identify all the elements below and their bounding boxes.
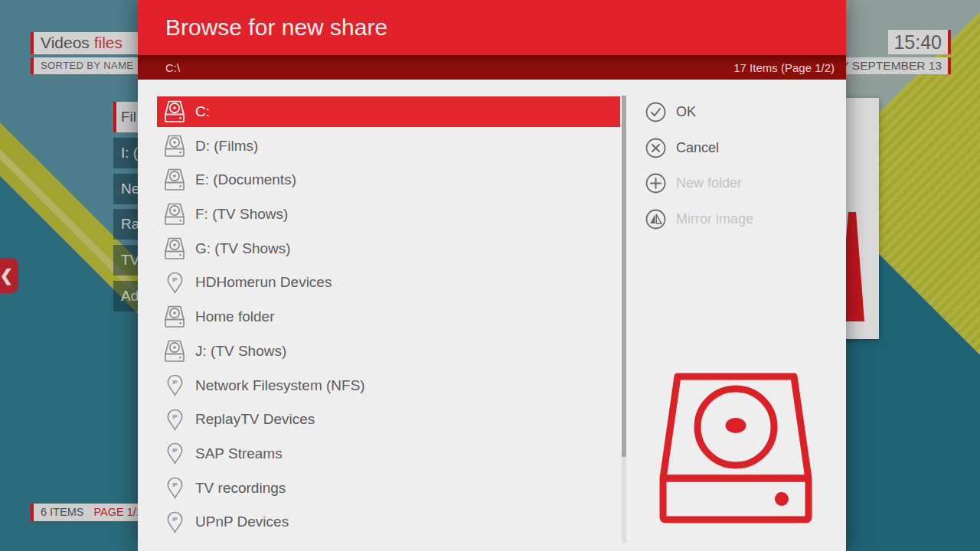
action-label: OK — [676, 104, 696, 120]
items-count-label: 6 ITEMS — [41, 506, 83, 518]
ok-check-icon — [645, 102, 666, 122]
library-title-accent: files — [94, 34, 122, 51]
network-location-icon — [163, 442, 186, 465]
share-label: E: (Documents) — [195, 171, 296, 188]
action-label: New folder — [676, 175, 742, 191]
background-left — [0, 0, 138, 551]
hard-disk-icon — [163, 203, 186, 226]
share-list-item[interactable]: J: (TV Shows) — [157, 336, 620, 367]
network-location-icon — [163, 477, 186, 499]
share-label: UPnP Devices — [195, 514, 289, 530]
items-count-bar: 6 ITEMS PAGE 1/1 — [31, 504, 144, 521]
share-list-item[interactable]: Network Filesystem (NFS) — [157, 370, 620, 401]
hard-disk-icon — [658, 371, 813, 524]
share-list-item[interactable]: ReplayTV Devices — [157, 404, 620, 435]
hard-disk-icon — [163, 237, 186, 260]
share-label: J: (TV Shows) — [195, 343, 286, 360]
share-label: Home folder — [195, 308, 275, 325]
share-list-item[interactable]: G: (TV Shows) — [157, 233, 620, 264]
share-list-item[interactable]: C: — [157, 96, 620, 127]
share-label: D: (Films) — [195, 138, 258, 155]
share-list-item[interactable]: SAP Streams — [157, 439, 620, 469]
chevron-left-icon: ❮ — [0, 266, 13, 285]
scrollbar-thumb[interactable] — [622, 96, 626, 457]
share-label: ReplayTV Devices — [195, 411, 315, 428]
share-label: F: (TV Shows) — [195, 206, 288, 223]
cancel-button[interactable]: Cancel — [645, 138, 753, 158]
new-folder-button: New folder — [645, 173, 753, 194]
share-label: TV recordings — [195, 480, 286, 497]
share-list-item[interactable]: TV recordings — [157, 473, 620, 504]
library-title: Videos — [41, 34, 90, 51]
path-bar: C:\ 17 Items (Page 1/2) — [138, 55, 846, 80]
mirror-icon — [645, 209, 666, 230]
share-label: HDHomerun Devices — [195, 274, 332, 291]
items-page-info: 17 Items (Page 1/2) — [733, 61, 835, 74]
hard-disk-icon — [163, 168, 186, 191]
mirror-image-button: Mirror image — [645, 209, 753, 230]
action-label: Cancel — [676, 140, 719, 156]
share-list-item[interactable]: E: (Documents) — [157, 165, 620, 195]
share-list-item[interactable]: Home folder — [157, 302, 620, 332]
browse-share-dialog: Browse for new share C:\ 17 Items (Page … — [138, 0, 846, 551]
dialog-title: Browse for new share — [165, 15, 387, 41]
dialog-header: Browse for new share — [138, 0, 846, 55]
plus-icon — [645, 173, 666, 194]
current-path: C:\ — [165, 61, 733, 74]
share-list: C:D: (Films)E: (Documents)F: (TV Shows)G… — [157, 96, 620, 541]
network-location-icon — [163, 374, 186, 396]
share-list-item[interactable]: F: (TV Shows) — [157, 199, 620, 230]
sort-order-label: SORTED BY NAME — [31, 57, 144, 74]
hard-disk-icon — [163, 100, 186, 123]
cancel-x-icon — [645, 138, 666, 158]
ok-button[interactable]: OK — [645, 102, 753, 122]
hard-disk-icon — [163, 135, 186, 158]
library-title-bar: Videos files — [31, 32, 144, 54]
share-label: SAP Streams — [195, 445, 283, 462]
share-label: C: — [195, 103, 210, 120]
kodi-screen: Videos files SORTED BY NAME 6 ITEMS PAGE… — [0, 0, 980, 551]
share-label: Network Filesystem (NFS) — [195, 377, 365, 394]
share-list-item[interactable]: UPnP Devices — [157, 507, 620, 537]
hard-disk-icon — [163, 340, 186, 363]
dialog-body: C:D: (Films)E: (Documents)F: (TV Shows)G… — [138, 80, 846, 551]
page-label: PAGE 1/1 — [93, 506, 142, 518]
back-button[interactable]: ❮ — [0, 258, 18, 293]
share-list-item[interactable]: D: (Films) — [157, 131, 620, 161]
network-location-icon — [163, 511, 186, 533]
share-list-item[interactable]: HDHomerun Devices — [157, 267, 620, 298]
dialog-actions: OKCancelNew folderMirror image — [645, 102, 753, 244]
network-location-icon — [163, 409, 186, 431]
network-location-icon — [163, 272, 186, 294]
action-label: Mirror image — [676, 211, 753, 227]
share-label: G: (TV Shows) — [195, 240, 291, 257]
hard-disk-icon — [163, 305, 186, 328]
scrollbar[interactable] — [622, 96, 626, 543]
clock-time: 15:40 — [888, 30, 951, 54]
